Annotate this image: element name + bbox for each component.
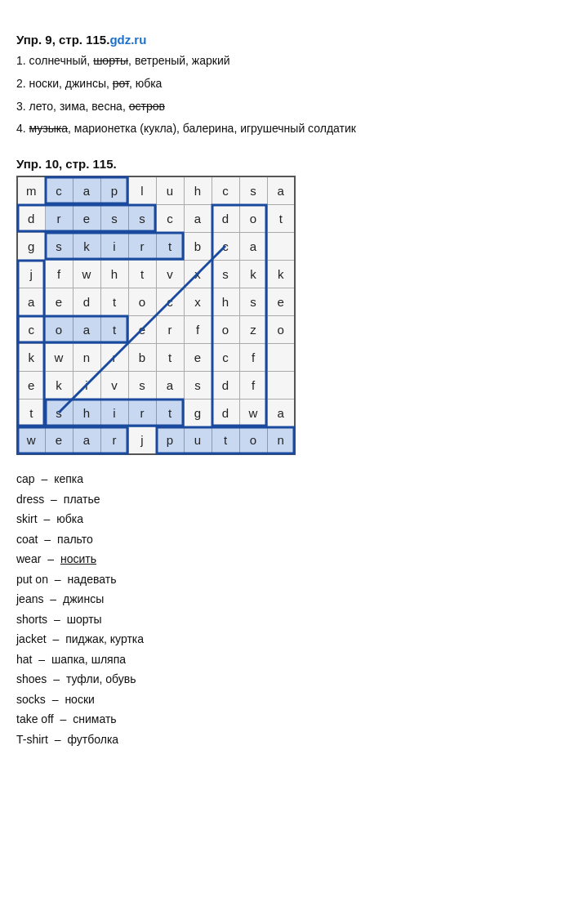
vocab-dash: – xyxy=(44,552,57,565)
crossword-cell: a xyxy=(267,176,295,204)
crossword-cell: i xyxy=(100,399,128,426)
crossword-cell: c xyxy=(45,176,73,204)
normal-text: лето, зима, весна, xyxy=(29,100,129,113)
vocab-translation: кепка xyxy=(54,472,83,485)
exercise10-title: Упр. 10, стр. 115. xyxy=(16,157,572,171)
vocab-item: shorts – шорты xyxy=(16,609,572,630)
crossword-cell: t xyxy=(267,204,295,232)
crossword-table: mcapluhcsadresscadotgskirtbcajfwhtvxskka… xyxy=(16,176,296,455)
crossword-cell: c xyxy=(17,315,45,343)
crossword-cell: e xyxy=(45,288,73,315)
crossword-cell: t xyxy=(128,260,156,288)
crossword-cell: h xyxy=(100,260,128,288)
crossword-cell: s xyxy=(128,204,156,232)
vocab-word: shoes xyxy=(16,672,47,685)
exercise9-title-gdz: gdz.ru xyxy=(109,33,146,47)
crossword-cell: s xyxy=(239,288,267,315)
line-number: 1. xyxy=(16,54,29,67)
crossword-cell: i xyxy=(73,371,100,399)
vocab-translation: носки xyxy=(65,693,94,706)
vocab-dash: – xyxy=(51,733,65,746)
normal-text: , юбка xyxy=(129,77,163,90)
crossword-cell: t xyxy=(100,288,128,315)
crossword-cell: h xyxy=(73,399,100,426)
vocab-word: cap xyxy=(16,472,35,485)
line-number: 2. xyxy=(16,77,29,90)
crossword-cell: d xyxy=(212,204,239,232)
vocab-word: socks xyxy=(16,693,46,706)
crossword-cell: w xyxy=(239,399,267,426)
crossword-cell: w xyxy=(45,343,73,371)
vocab-word: skirt xyxy=(16,512,38,525)
crossword-cell: o xyxy=(128,288,156,315)
crossword-cell: c xyxy=(156,204,184,232)
vocab-word: wear xyxy=(16,552,41,565)
vocab-translation: туфли, обувь xyxy=(66,672,136,685)
vocab-translation: надевать xyxy=(68,573,117,586)
crossword-cell: p xyxy=(100,176,128,204)
crossword-cell: j xyxy=(128,426,156,454)
vocab-dash: – xyxy=(57,712,70,725)
crossword-cell: t xyxy=(156,343,184,371)
exercise9-title-text: Упр. 9, стр. 115. xyxy=(16,33,109,47)
crossword-cell: g xyxy=(184,399,212,426)
crossword-cell: k xyxy=(17,343,45,371)
vocab-dash: – xyxy=(47,493,60,506)
crossword-cell: h xyxy=(212,288,239,315)
vocab-translation: пиджак, куртка xyxy=(65,632,144,645)
crossword-cell: n xyxy=(73,343,100,371)
crossword-cell: a xyxy=(239,232,267,260)
crossword-cell: k xyxy=(45,371,73,399)
crossword-cell: c xyxy=(212,232,239,260)
crossword-cell: s xyxy=(45,399,73,426)
crossword-cell: e xyxy=(73,204,100,232)
crossword-cell: d xyxy=(17,204,45,232)
vocab-item: dress – платье xyxy=(16,489,572,510)
crossword-cell: a xyxy=(184,204,212,232)
line-number: 4. xyxy=(16,122,29,135)
crossword-cell: a xyxy=(156,371,184,399)
exercise9-line: 4. музыка, марионетка (кукла), балерина,… xyxy=(16,119,572,139)
crossword-cell: c xyxy=(156,288,184,315)
vocab-item: cap – кепка xyxy=(16,469,572,489)
exercise9-section: Упр. 9, стр. 115.gdz.ru 1. солнечный, шо… xyxy=(16,33,572,139)
crossword-cell: k xyxy=(73,232,100,260)
vocab-word: jeans xyxy=(16,592,43,605)
crossword-cell: i xyxy=(100,232,128,260)
vocab-item: take off – снимать xyxy=(16,709,572,730)
crossword-cell: r xyxy=(156,315,184,343)
crossword-cell: f xyxy=(239,343,267,371)
exercise9-line: 1. солнечный, шорты, ветреный, жаркий xyxy=(16,51,572,71)
normal-text: солнечный, xyxy=(29,54,94,67)
exercise9-line: 3. лето, зима, весна, остров xyxy=(16,97,572,117)
vocab-dash: – xyxy=(51,573,65,586)
vocab-item: hat – шапка, шляпа xyxy=(16,649,572,670)
strikethrough-text: музыка xyxy=(29,122,68,135)
strikethrough-text: шорты xyxy=(93,54,128,67)
vocab-word: dress xyxy=(16,493,44,506)
vocab-translation: носить xyxy=(60,552,96,565)
crossword-cell: r xyxy=(45,204,73,232)
exercise10-section: Упр. 10, стр. 115. mcapluhcsadresscadotg… xyxy=(16,157,572,458)
crossword-cell: f xyxy=(45,260,73,288)
vocab-dash: – xyxy=(49,693,62,706)
crossword-cell: d xyxy=(212,371,239,399)
crossword-cell: e xyxy=(267,288,295,315)
crossword-cell: c xyxy=(212,343,239,371)
crossword-cell: a xyxy=(17,288,45,315)
strikethrough-text: рот xyxy=(113,77,129,90)
crossword-cell: w xyxy=(73,260,100,288)
crossword-cell: x xyxy=(184,260,212,288)
crossword-cell: o xyxy=(212,315,239,343)
vocab-word: jacket xyxy=(16,632,47,645)
vocab-dash: – xyxy=(51,613,64,626)
crossword-cell: s xyxy=(45,232,73,260)
crossword-cell: c xyxy=(212,176,239,204)
normal-text: носки, джинсы, xyxy=(29,77,113,90)
vocab-dash: – xyxy=(35,653,48,666)
crossword-cell: z xyxy=(239,315,267,343)
vocab-word: coat xyxy=(16,533,38,546)
crossword-cell: r xyxy=(100,426,128,454)
vocab-item: T-shirt – футболка xyxy=(16,730,572,750)
crossword-cell: p xyxy=(156,426,184,454)
